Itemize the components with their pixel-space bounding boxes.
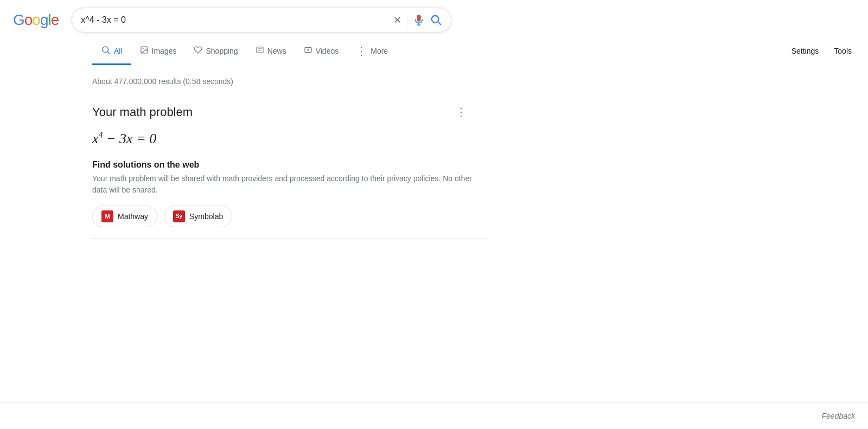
nav-tabs: All Images Shopping News [0,38,868,66]
logo-o1: o [24,11,33,29]
news-icon [256,46,264,56]
tab-shopping-label: Shopping [206,47,238,55]
svg-point-7 [142,48,143,49]
search-bar-container: ✕ [72,8,451,33]
header: G o o g l e ✕ [0,0,868,38]
math-card-title: Your math problem [92,105,488,119]
search-bar: ✕ [72,8,451,33]
math-card-menu-icon[interactable]: ⋮ [456,105,467,118]
search-divider [407,14,407,27]
tab-shopping[interactable]: Shopping [185,39,246,65]
mathway-label: Mathway [118,212,148,221]
svg-line-5 [107,52,109,53]
symbolab-label: Symbolab [189,212,223,221]
nav-right: Settings Tools [784,40,868,63]
math-equation: x4 − 3x = 0 [92,130,488,147]
all-icon [101,45,111,57]
images-icon [140,46,149,56]
svg-line-3 [438,22,441,24]
svg-marker-12 [307,49,309,51]
clear-icon[interactable]: ✕ [393,14,401,26]
tools-button[interactable]: Tools [826,40,859,63]
tab-more-label: More [371,47,388,55]
logo-g2: g [40,11,48,29]
google-logo[interactable]: G o o g l e [13,11,59,29]
main-content: About 477,000,000 results (0.58 seconds)… [0,66,488,239]
feedback-link[interactable]: Feedback [822,412,855,420]
tab-images[interactable]: Images [131,39,186,65]
videos-icon [304,46,312,56]
find-solutions-title: Find solutions on the web [92,160,488,170]
shopping-icon [194,46,202,56]
symbolab-logo-text: Sy [176,213,182,219]
tab-videos-label: Videos [316,47,339,55]
feedback-bar: Feedback [0,402,868,429]
tab-news-label: News [267,47,286,55]
privacy-text: Your math problem will be shared with ma… [92,173,472,196]
settings-button[interactable]: Settings [784,40,827,63]
logo-g1: G [13,11,24,29]
tab-all[interactable]: All [92,39,131,65]
solver-buttons: M Mathway Sy Symbolab [92,206,488,227]
logo-o2: o [32,11,40,29]
symbolab-button[interactable]: Sy Symbolab [164,206,232,227]
tab-images-label: Images [152,47,177,55]
logo-e: e [51,11,59,29]
more-dots-icon: ⋮ [356,44,367,57]
tab-all-label: All [114,47,123,55]
search-button[interactable] [430,14,442,26]
symbolab-logo: Sy [173,210,185,222]
results-count: About 477,000,000 results (0.58 seconds) [92,75,488,94]
search-input[interactable] [81,15,388,25]
svg-rect-8 [257,47,263,53]
tab-news[interactable]: News [247,39,295,65]
mathway-logo-text: M [105,213,110,220]
tab-more[interactable]: ⋮ More [347,38,397,66]
mathway-button[interactable]: M Mathway [92,206,157,227]
tab-videos[interactable]: Videos [295,39,348,65]
microphone-icon[interactable] [413,14,425,26]
math-card: ⋮ Your math problem x4 − 3x = 0 Find sol… [92,94,488,239]
mathway-logo: M [101,210,113,222]
